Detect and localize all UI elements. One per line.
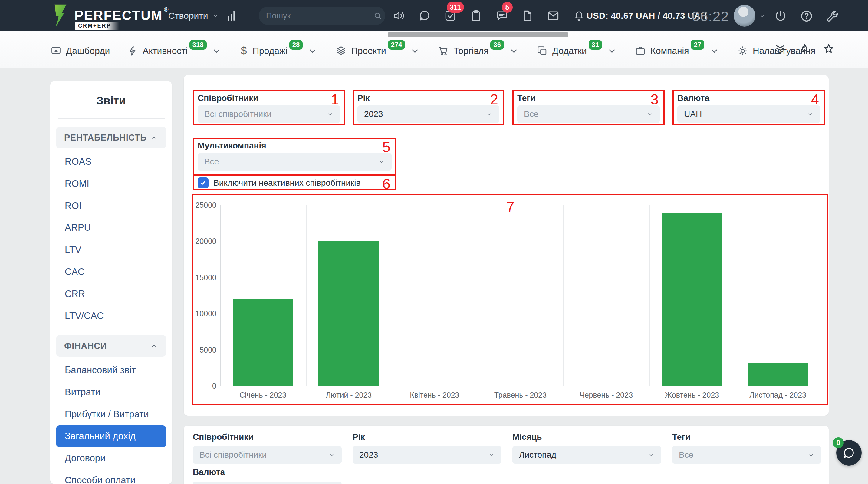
nav-badge: 28 — [289, 40, 303, 50]
menu-right-icons — [774, 42, 835, 56]
notifications-bell-icon[interactable] — [572, 9, 586, 22]
annotation-number: 7 — [506, 199, 515, 215]
bottom-filter-select-1[interactable]: 2023 — [352, 446, 501, 464]
chevron-down-icon — [307, 45, 318, 57]
revenue-chart: 0500010000150002000025000Січень - 2023Лю… — [192, 194, 828, 405]
tasks-icon[interactable]: 311 — [444, 9, 457, 22]
gridline — [220, 205, 221, 386]
filter-select-3[interactable]: Все — [517, 106, 660, 123]
chevron-up-icon — [150, 134, 158, 141]
bar-Листопад - 2023 — [748, 363, 808, 386]
avatar[interactable] — [734, 5, 755, 27]
sidebar-item[interactable]: ARPU — [56, 217, 166, 239]
chevron-up-icon — [150, 342, 158, 350]
bar-Січень - 2023 — [233, 299, 293, 386]
sidebar-section-header-0[interactable]: РЕНТАБЕЛЬНІСТЬ — [56, 126, 166, 148]
dollar-icon: $ — [239, 45, 248, 57]
chevron-down-icon — [409, 45, 421, 57]
nav-item-projects[interactable]: Проекти274 — [335, 45, 421, 57]
power-icon[interactable] — [774, 9, 787, 23]
sidebar-item[interactable]: Способи оплати (Транзакції) — [56, 469, 166, 484]
clipboard-icon[interactable] — [469, 9, 483, 22]
perfectum-logo-icon — [51, 4, 70, 28]
annotation-number: 5 — [382, 140, 391, 155]
chevron-down-icon — [647, 111, 653, 117]
filter-select-2[interactable]: 2023 — [358, 106, 499, 123]
sidebar-item[interactable]: Балансовий звіт — [56, 359, 166, 381]
chevron-down-icon — [327, 111, 334, 117]
bottom-filters-panel: СпівробітникиВсі співробітникиРік2023Міс… — [184, 426, 829, 484]
nav-badge: 36 — [490, 40, 504, 50]
nav-item-sales[interactable]: $Продажі28 — [239, 45, 319, 57]
nav-item-activities[interactable]: Активності318 — [127, 45, 222, 57]
chevron-down-icon — [486, 111, 493, 117]
help-icon[interactable] — [800, 9, 813, 23]
flame-icon[interactable] — [798, 42, 811, 56]
lightning-icon — [127, 45, 138, 57]
nav-item-dashboards[interactable]: Дашборди — [50, 45, 110, 57]
sidebar-item[interactable]: ROAS — [56, 151, 166, 173]
gridline — [649, 205, 650, 386]
select-value: Всі співробітники — [199, 450, 267, 460]
clock: 06:22 — [692, 8, 729, 25]
sidebar-item[interactable]: ROI — [56, 195, 166, 217]
annotation-number: 1 — [331, 92, 339, 107]
search-input[interactable] — [266, 11, 373, 21]
bottom-filter-3: ТегиВсе — [672, 432, 821, 464]
mail-icon[interactable] — [547, 9, 560, 22]
sidebar-item[interactable]: CAC — [56, 261, 166, 283]
currency-select[interactable] — [193, 482, 342, 484]
nav-item-trade[interactable]: Торгівля36 — [438, 45, 519, 57]
nav-item-label: Додатки — [552, 46, 587, 56]
filter-currency-bottom: Валюта — [193, 467, 342, 484]
stack-icon[interactable] — [774, 42, 787, 56]
horizontal-scrollbar[interactable] — [388, 32, 568, 37]
chat-bubble-icon[interactable] — [418, 9, 431, 22]
star-icon[interactable] — [822, 42, 835, 56]
filter-label: Теги — [672, 432, 821, 442]
section-header-label: ФІНАНСИ — [64, 341, 107, 351]
bar-stats-icon[interactable] — [224, 9, 238, 22]
sidebar-item[interactable]: CRR — [56, 283, 166, 305]
chevron-down-icon[interactable] — [759, 13, 766, 19]
bottom-filter-select-3[interactable]: Все — [672, 446, 821, 464]
volume-icon[interactable] — [392, 9, 406, 22]
select-value: Листопад — [519, 450, 556, 460]
bottom-filter-select-2[interactable]: Листопад — [513, 446, 661, 464]
y-tick-label: 5000 — [193, 346, 216, 354]
x-tick-label: Квітень - 2023 — [392, 391, 477, 399]
exclude-inactive-checkbox[interactable] — [198, 177, 209, 189]
header-icons: 311 5 — [392, 9, 586, 22]
bottom-filter-1: Рік2023 — [352, 432, 501, 464]
document-icon[interactable] — [521, 9, 534, 22]
bottom-filter-select-0[interactable]: Всі співробітники — [193, 446, 342, 464]
nav-item-company[interactable]: Компанія27 — [634, 45, 720, 57]
sidebar-item[interactable]: LTV/CAC — [56, 305, 166, 327]
filter-select-5[interactable]: Все — [198, 153, 392, 171]
sidebar-item[interactable]: Витрати — [56, 381, 166, 403]
filter-select-1[interactable]: Всі співробітники — [198, 106, 340, 123]
search-icon[interactable] — [373, 11, 382, 20]
sidebar-section-header-1[interactable]: ФІНАНСИ — [56, 335, 166, 357]
sidebar-item[interactable]: Прибутки / Витрати — [56, 403, 166, 426]
sidebar-item-selected[interactable]: Загальний дохід — [56, 425, 166, 447]
bar-Жовтень - 2023 — [662, 213, 722, 386]
wrench-icon[interactable] — [826, 9, 840, 23]
currency-rate[interactable]: USD: 40.67 UAH / 40.73 UAH — [587, 11, 707, 21]
filter-select-4[interactable]: UAH — [677, 106, 820, 123]
nav-item-addons[interactable]: Додатки31 — [536, 45, 618, 57]
chat-fab-button[interactable]: 0 — [836, 440, 862, 465]
comments-icon[interactable]: 5 — [495, 9, 508, 22]
create-button[interactable]: Створити — [168, 0, 219, 31]
sidebar-title: Звіти — [50, 81, 172, 118]
select-value: 2023 — [364, 109, 383, 119]
sidebar-item[interactable]: ROMI — [56, 173, 166, 195]
chevron-down-icon — [212, 12, 219, 19]
nav-item-label: Торгівля — [453, 46, 489, 56]
bar-Лютий - 2023 — [318, 241, 379, 386]
filter-label: Рік — [358, 93, 499, 103]
sidebar-item[interactable]: Договори — [56, 447, 166, 469]
filter-label: Валюта — [193, 467, 342, 477]
nav-items: ДашбордиАктивності318$Продажі28Проекти27… — [50, 39, 815, 63]
sidebar-item[interactable]: LTV — [56, 239, 166, 261]
